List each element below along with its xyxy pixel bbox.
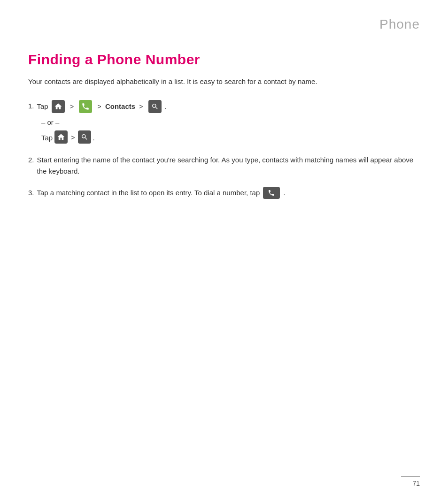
- phone-green-icon: [79, 100, 92, 113]
- step-2: 2. Start entering the name of the contac…: [28, 154, 420, 177]
- chevron-3: >: [139, 103, 143, 110]
- step-3-content: Tap a matching contact in the list to op…: [37, 187, 286, 199]
- page-number: 71: [401, 480, 420, 487]
- main-content: Finding a Phone Number Your contacts are…: [28, 52, 420, 210]
- search-icon-2: [78, 130, 91, 144]
- search-icon-1: [148, 100, 162, 113]
- call-dark-icon: [263, 187, 280, 199]
- contacts-label: Contacts: [105, 102, 137, 110]
- section-title: Finding a Phone Number: [28, 52, 420, 68]
- step-3-text-before: Tap a matching contact in the list to op…: [37, 189, 262, 197]
- or-separator: – or –: [41, 118, 420, 126]
- step-1-number: 1.: [28, 100, 34, 112]
- step-1-alt: Tap > .: [41, 131, 420, 144]
- tap-label-2: Tap: [41, 134, 53, 142]
- step-3-number: 3.: [28, 187, 34, 199]
- period-2: .: [93, 134, 94, 142]
- page-footer: 71: [401, 476, 420, 487]
- step-3: 3. Tap a matching contact in the list to…: [28, 187, 420, 199]
- chevron-4: >: [71, 134, 75, 141]
- step-1: 1. Tap > > Contacts > .: [28, 100, 420, 144]
- chevron-1: >: [70, 103, 74, 110]
- step-2-number: 2.: [28, 154, 34, 166]
- step-1-period: .: [165, 102, 167, 110]
- step-2-content: Start entering the name of the contact y…: [37, 154, 420, 177]
- step-1-content: Tap > > Contacts > .: [37, 100, 167, 114]
- intro-paragraph: Your contacts are displayed alphabetical…: [28, 76, 420, 87]
- home-icon: [52, 100, 65, 113]
- page-chapter-title: Phone: [379, 17, 420, 32]
- step-3-period: .: [284, 189, 286, 197]
- chevron-2: >: [98, 103, 101, 110]
- home-icon-2: [54, 130, 68, 144]
- step-1-tap-label: Tap: [37, 102, 50, 110]
- footer-divider: [401, 476, 420, 477]
